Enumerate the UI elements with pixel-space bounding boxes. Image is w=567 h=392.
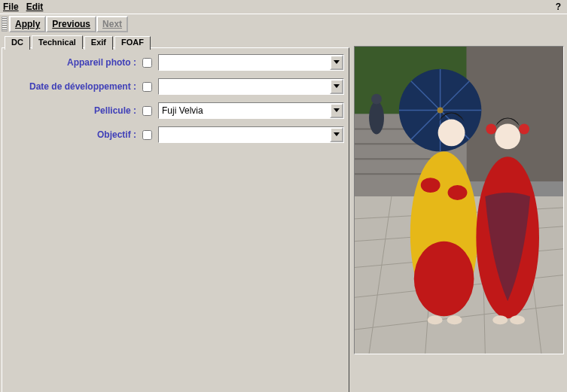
- tab-foaf[interactable]: FOAF: [114, 36, 151, 50]
- menu-file[interactable]: File: [3, 2, 19, 12]
- svg-point-41: [519, 123, 529, 134]
- checkbox-devdate[interactable]: [142, 82, 152, 92]
- menu-help[interactable]: ?: [556, 2, 561, 12]
- tab-technical[interactable]: Technical: [32, 35, 83, 49]
- chevron-down-icon: [334, 60, 340, 65]
- chevron-down-icon: [334, 108, 340, 113]
- tab-body-technical: Appareil photo : Date de développement :: [2, 47, 349, 392]
- svg-marker-0: [334, 60, 340, 64]
- checkbox-film[interactable]: [142, 106, 152, 116]
- chevron-down-icon: [334, 84, 340, 89]
- label-film: Pellicule :: [7, 105, 136, 116]
- photo-preview: [354, 46, 564, 354]
- next-button: Next: [96, 16, 128, 32]
- svg-marker-2: [334, 108, 340, 112]
- checkbox-camera[interactable]: [142, 58, 152, 68]
- combo-film[interactable]: Fuji Velvia: [158, 102, 344, 119]
- combo-camera-button[interactable]: [330, 55, 343, 70]
- combo-lens-value[interactable]: [159, 127, 330, 142]
- checkbox-lens[interactable]: [142, 130, 152, 140]
- tab-dc[interactable]: DC: [5, 36, 30, 50]
- chevron-down-icon: [334, 132, 340, 137]
- svg-point-33: [438, 120, 465, 147]
- toolbar-grip-icon: [2, 17, 8, 32]
- combo-devdate[interactable]: [158, 78, 344, 95]
- main-area: DC Technical Exif FOAF Appareil photo : …: [0, 34, 567, 392]
- combo-camera-value[interactable]: [159, 55, 330, 70]
- row-lens: Objectif :: [7, 126, 344, 143]
- svg-point-30: [437, 108, 444, 114]
- svg-point-43: [510, 315, 525, 324]
- previous-button[interactable]: Previous: [46, 16, 96, 32]
- svg-point-45: [371, 94, 382, 105]
- svg-marker-3: [334, 132, 340, 136]
- combo-devdate-value[interactable]: [159, 79, 330, 94]
- apply-button[interactable]: Apply: [9, 16, 46, 32]
- svg-point-32: [414, 242, 474, 317]
- photo-image: [355, 47, 563, 354]
- combo-film-value[interactable]: Fuji Velvia: [159, 103, 330, 118]
- combo-film-button[interactable]: [330, 103, 343, 118]
- tab-exif[interactable]: Exif: [84, 36, 113, 50]
- svg-point-35: [448, 185, 468, 200]
- label-lens: Objectif :: [7, 129, 136, 140]
- combo-camera[interactable]: [158, 54, 344, 71]
- svg-point-34: [421, 178, 440, 193]
- svg-point-42: [492, 315, 508, 324]
- combo-lens[interactable]: [158, 126, 344, 143]
- label-camera: Appareil photo :: [7, 57, 136, 68]
- left-pane: DC Technical Exif FOAF Appareil photo : …: [2, 34, 349, 392]
- svg-point-44: [369, 102, 384, 135]
- tabstrip: DC Technical Exif FOAF: [2, 34, 349, 47]
- svg-point-40: [486, 123, 496, 134]
- right-pane: [354, 34, 565, 392]
- svg-point-36: [428, 315, 443, 324]
- menubar: File Edit ?: [0, 0, 567, 14]
- menu-edit[interactable]: Edit: [26, 2, 44, 12]
- row-film: Pellicule : Fuji Velvia: [7, 102, 344, 119]
- combo-devdate-button[interactable]: [330, 79, 343, 94]
- svg-point-37: [447, 315, 462, 324]
- row-devdate: Date de développement :: [7, 78, 344, 95]
- svg-marker-1: [334, 84, 340, 88]
- label-devdate: Date de développement :: [7, 81, 136, 92]
- svg-point-39: [495, 123, 520, 149]
- row-camera: Appareil photo :: [7, 54, 344, 71]
- combo-lens-button[interactable]: [330, 127, 343, 142]
- toolbar: Apply Previous Next: [0, 14, 567, 34]
